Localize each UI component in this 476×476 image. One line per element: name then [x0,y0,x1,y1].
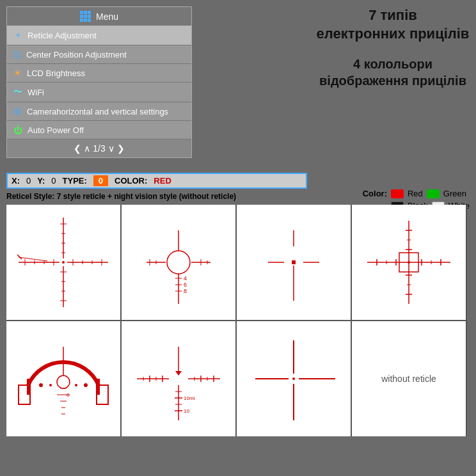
svg-line-21 [17,255,22,259]
menu-item-label: Camerahorizontal and vertical settings [27,107,168,116]
menu-item-center[interactable]: ⊡ Center Position Adjustment [7,45,191,64]
menu-item-lcd[interactable]: ☀ LCD Brightness [7,64,191,83]
svg-text:10: 10 [184,408,189,414]
type-label: TYPE: [63,176,87,186]
reticle-cell-3 [237,205,351,320]
svg-text:6: 6 [184,282,187,288]
info-bar: X: 0 Y: 0 TYPE: 0 COLOR: RED [6,173,307,189]
menu-nav[interactable]: ❮ ∧ 1/3 ∨ ❯ [7,139,191,157]
svg-point-66 [75,384,77,386]
svg-point-64 [39,383,43,387]
reticle-cell-6: 10ml 10 [122,321,235,436]
reticle-svg-6: 10ml 10 [127,328,230,430]
reticle-cell-8: without reticle [352,321,466,436]
legend-row-red: Color: Red Green [363,189,470,198]
right-panel: 7 типівелектронних прицілів 4 колольорив… [316,6,470,89]
reticle-svg-4 [358,211,460,313]
nav-text: ❮ ∧ 1/3 ∨ ❯ [74,143,124,154]
menu-item-wifi[interactable]: 〜 WiFi [7,83,191,102]
svg-text:4: 4 [184,275,187,282]
menu-item-label: Auto Power Off [28,125,84,135]
svg-point-67 [84,383,88,387]
menu-header: Menu [7,7,191,26]
menu-item-label: LCD Brightness [27,68,85,78]
no-reticle-label: without reticle [381,374,436,384]
green-swatch [427,189,440,198]
reticle-svg-5: 0 [12,328,115,430]
svg-point-24 [167,251,190,274]
wifi-icon: 〜 [13,86,22,98]
reticle-cell-7 [237,321,351,436]
reticle-cell-1 [6,205,120,320]
menu-item-camera[interactable]: ⚙ Camerahorizontal and vertical settings [7,102,191,121]
svg-marker-85 [175,371,182,376]
reticle-svg-3 [242,211,345,313]
svg-point-19 [62,261,65,264]
y-label: Y: [37,176,45,186]
svg-line-20 [19,257,47,261]
title-ukrainian-2: 4 колольоривідображення прицілів [316,56,470,89]
menu-grid-icon [80,11,91,22]
reticle-style-text: Reticel Style: 7 style reticle + night v… [6,192,236,201]
svg-point-63 [57,376,70,388]
svg-point-57 [408,261,410,264]
menu-item-power[interactable]: ⏻ Auto Power Off [7,121,191,139]
menu-item-label: Center Position Adjustment [26,50,127,60]
reticle-cell-4 [352,205,466,320]
reticle-svg-7 [242,328,345,430]
power-icon: ⏻ [13,125,22,135]
y-value: 0 [51,176,56,186]
color-legend-label: Color: [363,189,387,198]
color-value: RED [154,176,171,186]
center-icon: ⊡ [13,49,21,60]
svg-text:8: 8 [184,288,187,294]
reticle-cell-5: 0 [6,321,120,436]
title-ukrainian-1: 7 типівелектронних прицілів [316,6,470,43]
menu-item-label: Reticle Adjustment [28,31,97,40]
camera-icon: ⚙ [13,106,22,116]
menu-panel: Menu ＋ Reticle Adjustment ⊡ Center Posit… [6,6,192,158]
svg-text:10ml: 10ml [184,395,195,401]
x-value: 0 [26,176,31,186]
svg-point-65 [49,384,52,386]
x-label: X: [12,176,20,186]
red-swatch [391,189,404,198]
reticle-svg-1 [12,211,115,313]
menu-item-reticle[interactable]: ＋ Reticle Adjustment [7,26,191,45]
type-value: 0 [93,175,108,186]
reticle-grid: 4 6 8 [6,205,467,436]
brightness-icon: ☀ [13,68,22,78]
svg-rect-39 [292,260,296,264]
svg-point-96 [292,377,295,380]
green-label: Green [443,189,466,198]
svg-text:0: 0 [67,392,70,398]
plus-icon: ＋ [13,29,22,41]
reticle-svg-2: 4 6 8 [127,211,230,313]
red-label: Red [408,189,423,198]
menu-title: Menu [96,12,118,22]
reticle-cell-2: 4 6 8 [122,205,235,320]
color-label-text: COLOR: [115,176,147,186]
menu-item-label: WiFi [28,88,44,97]
